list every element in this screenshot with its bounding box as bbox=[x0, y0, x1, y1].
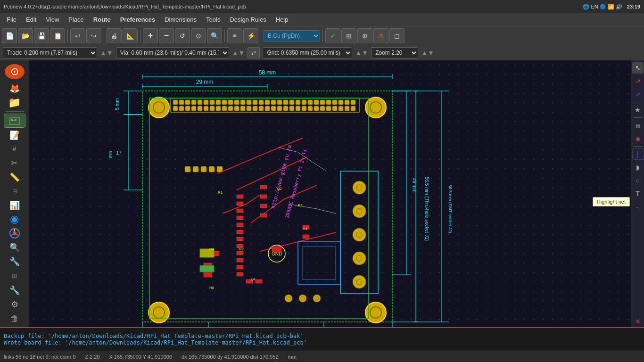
route-diff-button[interactable]: ⇗ bbox=[632, 89, 644, 100]
open-button[interactable]: 📂 bbox=[18, 28, 33, 43]
menu-preferences[interactable]: Preferences bbox=[116, 14, 160, 25]
add-arc-button[interactable]: ◗ bbox=[632, 162, 644, 173]
new-button[interactable]: 📄 bbox=[2, 28, 17, 43]
svg-rect-67 bbox=[234, 106, 239, 111]
svg-rect-71 bbox=[259, 106, 264, 111]
svg-rect-88 bbox=[193, 166, 198, 172]
add-circle-button[interactable]: ○ bbox=[632, 175, 644, 186]
menu-design-rules[interactable]: Design Rules bbox=[225, 14, 271, 25]
svg-rect-106 bbox=[237, 216, 243, 220]
spreadsheet-icon[interactable]: 📊 bbox=[4, 199, 25, 212]
sep4 bbox=[224, 29, 225, 42]
svg-rect-33 bbox=[210, 100, 215, 105]
tool-icon1[interactable]: ✂ bbox=[4, 156, 25, 170]
crosshair-button[interactable]: ⊕ bbox=[357, 28, 372, 43]
svg-rect-89 bbox=[201, 166, 206, 172]
viewer3d-icon[interactable]: ◉ bbox=[4, 213, 25, 226]
editor-icon[interactable]: 📝 bbox=[4, 129, 25, 142]
menu-view[interactable]: View bbox=[41, 14, 64, 25]
add-line-button[interactable]: | bbox=[632, 148, 644, 160]
calc-icon[interactable]: # bbox=[4, 143, 25, 156]
rules-button[interactable]: ⚠ bbox=[373, 28, 388, 43]
svg-rect-34 bbox=[216, 100, 221, 105]
print-button[interactable]: 🖨 bbox=[107, 28, 122, 43]
zoom-refresh-button[interactable]: ↺ bbox=[175, 28, 190, 43]
svg-rect-127 bbox=[200, 265, 214, 272]
add-zone-button[interactable]: ▤ bbox=[632, 120, 644, 131]
menu-tools[interactable]: Tools bbox=[201, 14, 225, 25]
layer-icon[interactable]: ⊟ bbox=[4, 185, 25, 198]
chrome-icon[interactable] bbox=[4, 227, 25, 240]
track-selector[interactable]: Track: 0.200 mm (7.87 mils) bbox=[3, 47, 97, 58]
save-button[interactable]: 💾 bbox=[34, 28, 49, 43]
zoom-in-button[interactable]: + bbox=[143, 28, 158, 43]
3d-viewer-button[interactable]: ◻ bbox=[389, 28, 405, 43]
menu-place[interactable]: Place bbox=[64, 14, 89, 25]
svg-rect-109 bbox=[237, 237, 243, 241]
select-tool-button[interactable]: ↖ bbox=[632, 62, 644, 74]
menu-dimensions[interactable]: Dimensions bbox=[160, 14, 201, 25]
add-dimension-button[interactable]: ⊣ bbox=[632, 201, 644, 213]
files-icon[interactable]: 📁 bbox=[4, 96, 25, 109]
add-rule-area-button[interactable]: ▣ bbox=[632, 133, 644, 144]
delete-button[interactable]: ✕ bbox=[632, 316, 644, 327]
net-inspector-button[interactable]: ≋ bbox=[227, 28, 242, 43]
config-icon[interactable]: ⚙ bbox=[4, 298, 25, 311]
svg-point-99 bbox=[353, 252, 366, 265]
title-text: Pcbnew 4.0.2+dfsg1-stable /home/anton/Do… bbox=[4, 4, 246, 9]
search-icon-app[interactable]: 🔍 bbox=[4, 241, 25, 254]
pcbnew-icon[interactable] bbox=[4, 114, 25, 128]
zoom-fit-button[interactable]: ⊙ bbox=[191, 28, 206, 43]
menu-bar: File Edit View Place Route Preferences D… bbox=[0, 13, 644, 26]
tray-icons: 🌐 EN 🔵 📶 🔊 bbox=[583, 4, 622, 10]
svg-rect-43 bbox=[271, 100, 276, 105]
left-sidebar: ⊙ 🦊 📁 📝 # ✂ 📏 ⊟ 📊 ◉ bbox=[0, 60, 29, 327]
route-mode-button[interactable]: ⇄ bbox=[248, 47, 260, 58]
connect-icon[interactable]: ⊞ bbox=[4, 269, 25, 282]
grid-selector[interactable]: Grid: 0.6350 mm (25.00 mils) bbox=[263, 47, 352, 58]
undo-button[interactable]: ↩ bbox=[70, 28, 85, 43]
grid-origin-button[interactable]: ⊞ bbox=[341, 28, 356, 43]
rt-sep3 bbox=[633, 146, 643, 147]
tool-icon3[interactable]: 🔧 bbox=[4, 284, 25, 297]
zoom-selector[interactable]: Zoom 2.20 bbox=[371, 47, 418, 58]
pcb-canvas-area[interactable]: Highlight net 58 mm 29 mm bbox=[29, 60, 644, 327]
firefox-icon[interactable]: 🦊 bbox=[4, 82, 25, 95]
svg-rect-159 bbox=[149, 98, 369, 319]
trash-icon[interactable]: 🗑 bbox=[4, 312, 25, 325]
redo-button[interactable]: ↪ bbox=[86, 28, 101, 43]
menu-help[interactable]: Help bbox=[271, 14, 293, 25]
drc-button[interactable]: ⚡ bbox=[243, 28, 258, 43]
highlight-net-tool-button[interactable]: ★ bbox=[632, 104, 644, 115]
svg-rect-117 bbox=[260, 204, 267, 208]
highlight-net-button[interactable]: ✓ bbox=[325, 28, 340, 43]
zoom-out-button[interactable]: − bbox=[159, 28, 174, 43]
svg-point-179 bbox=[313, 295, 321, 302]
menu-file[interactable]: File bbox=[2, 14, 21, 25]
ruler-icon[interactable]: 📏 bbox=[4, 171, 25, 184]
svg-rect-46 bbox=[289, 100, 294, 105]
page-settings-button[interactable]: 📋 bbox=[50, 28, 65, 43]
plot-button[interactable]: 📐 bbox=[123, 28, 138, 43]
menu-edit[interactable]: Edit bbox=[21, 14, 41, 25]
layer-selector[interactable]: B.Cu (PgDn) F.Cu (PgUp) bbox=[264, 30, 320, 41]
tool-icon2[interactable]: 🔧 bbox=[4, 255, 25, 268]
svg-rect-105 bbox=[237, 209, 243, 213]
svg-rect-63 bbox=[210, 106, 215, 111]
zoom-search-button[interactable]: 🔍 bbox=[207, 28, 222, 43]
svg-point-93 bbox=[353, 181, 366, 194]
menu-route[interactable]: Route bbox=[89, 14, 116, 25]
svg-point-5 bbox=[13, 231, 17, 235]
svg-rect-85 bbox=[345, 106, 349, 111]
svg-rect-32 bbox=[204, 100, 208, 105]
add-text-button[interactable]: T bbox=[632, 188, 644, 199]
svg-rect-65 bbox=[222, 106, 227, 111]
route-single-button[interactable]: ↗ bbox=[632, 75, 644, 87]
via-selector[interactable]: Via: 0.60 mm (23.6 mils)/ 0.40 mm (15.7 … bbox=[116, 47, 229, 58]
svg-rect-74 bbox=[277, 106, 282, 111]
svg-rect-36 bbox=[228, 100, 233, 105]
ubuntu-logo-button[interactable]: ⊙ bbox=[5, 64, 25, 79]
svg-line-7 bbox=[16, 234, 18, 236]
svg-text:17: 17 bbox=[116, 150, 122, 156]
zoom-info: Z 2.20 bbox=[85, 354, 99, 360]
